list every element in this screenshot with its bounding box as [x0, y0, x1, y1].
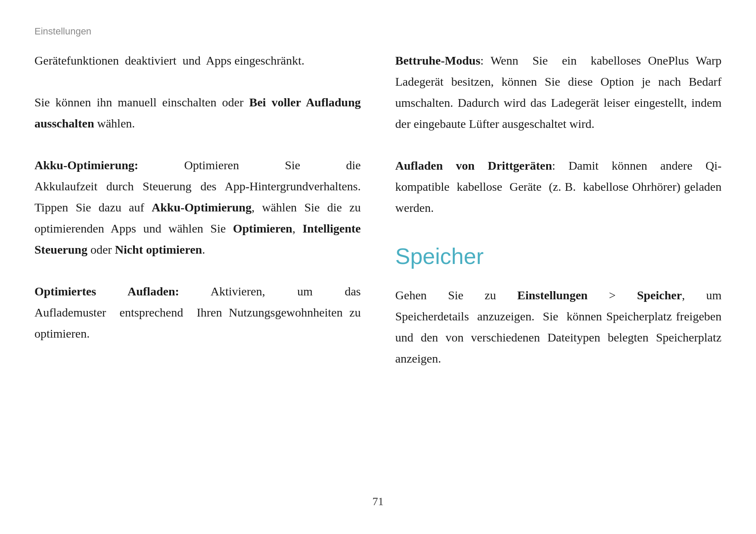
right-column: Bettruhe-Modus: Wenn Sie ein kabelloses …	[395, 50, 722, 487]
speicher-heading: Speicher	[395, 243, 722, 269]
left-block-4: Optimiertes Aufladen: Aktivieren, um das…	[34, 281, 361, 344]
left-block-1: Gerätefunktionen deaktiviert und Apps ei…	[34, 50, 361, 71]
right-block-1: Bettruhe-Modus: Wenn Sie ein kabelloses …	[395, 50, 722, 134]
right-block-2: Aufladen von Drittgeräten: Damit können …	[395, 155, 722, 218]
left-column: Gerätefunktionen deaktiviert und Apps ei…	[34, 50, 361, 487]
page-container: Einstellungen Gerätefunktionen deaktivie…	[0, 0, 756, 534]
two-column-layout: Gerätefunktionen deaktiviert und Apps ei…	[34, 50, 722, 487]
right-block-3: Gehen Sie zu Einstellungen > Speicher, u…	[395, 285, 722, 369]
left-block-2: Sie können ihn manuell einschalten oder …	[34, 92, 361, 134]
left-block-3: Akku-Optimierung: Optimieren Sie die Akk…	[34, 155, 361, 260]
page-number: 71	[34, 487, 722, 508]
breadcrumb: Einstellungen	[34, 26, 722, 37]
